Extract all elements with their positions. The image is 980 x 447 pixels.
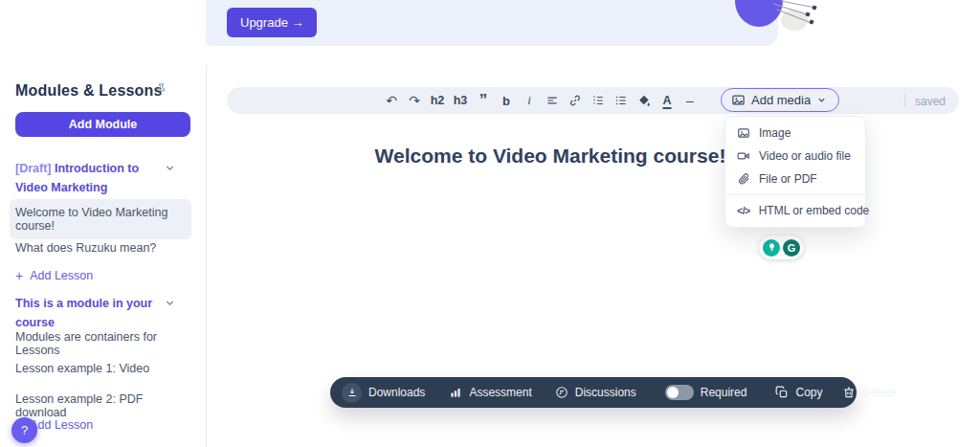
required-label: Required xyxy=(701,386,747,399)
add-media-menu: Image Video or audio file File or PDF xyxy=(724,116,866,228)
toggle-off-icon[interactable] xyxy=(665,385,694,400)
trash-icon xyxy=(842,386,856,399)
delete-button[interactable]: Delete xyxy=(842,386,896,399)
chevron-down-icon[interactable] xyxy=(164,161,176,173)
link-icon xyxy=(568,94,582,107)
redo-button[interactable]: ↷ xyxy=(403,87,426,114)
sidebar-title: Modules & Lessons xyxy=(15,82,163,100)
add-lesson-label: Add Lesson xyxy=(30,418,93,432)
ordered-list-icon xyxy=(591,94,605,107)
chat-icon xyxy=(555,386,568,399)
lesson-item-ruzuku-mean[interactable]: What does Ruzuku mean? xyxy=(10,235,191,261)
bar-chart-icon xyxy=(449,386,462,399)
editor-toolbar: ↶ ↷ h2 h3 ” b i xyxy=(227,87,959,114)
suggestion-bulb-icon[interactable] xyxy=(763,239,780,257)
module-title: [Draft] Introduction to Video Marketing xyxy=(15,159,161,197)
italic-button[interactable]: i xyxy=(518,87,541,114)
paperclip-icon xyxy=(737,172,750,186)
delete-label: Delete xyxy=(862,386,896,399)
lesson-item-example-video[interactable]: Lesson example 1: Video xyxy=(10,355,191,382)
add-media-label: Add media xyxy=(751,93,811,107)
plus-icon: + xyxy=(15,269,23,282)
downloads-button[interactable]: Downloads xyxy=(342,383,425,403)
copy-icon xyxy=(775,386,789,399)
lesson-action-bar: Downloads Assessment Discussions xyxy=(330,377,857,408)
toggle-knob xyxy=(667,387,679,398)
code-icon: </> xyxy=(737,205,750,216)
lesson-item-welcome[interactable]: Welcome to Video Marketing course! xyxy=(10,199,191,239)
menu-item-label: Image xyxy=(759,126,791,140)
menu-item-label: Video or audio file xyxy=(759,149,851,163)
copy-button[interactable]: Copy xyxy=(775,386,822,399)
app-root: Upgrade → Modules & Lessons Add Module [… xyxy=(0,0,980,447)
download-icon xyxy=(342,383,362,403)
help-button[interactable]: ? xyxy=(11,417,37,443)
highlight-button[interactable] xyxy=(633,87,656,114)
assessment-label: Assessment xyxy=(469,386,531,399)
link-button[interactable] xyxy=(564,87,587,114)
format-buttons: ↶ ↷ h2 h3 ” b i xyxy=(380,87,702,114)
menu-item-html-embed[interactable]: </> HTML or embed code xyxy=(725,199,865,222)
discussions-button[interactable]: Discussions xyxy=(555,386,636,399)
chevron-down-icon[interactable] xyxy=(164,296,176,308)
trial-banner: Upgrade → xyxy=(201,0,778,46)
grammarly-icon[interactable]: G xyxy=(783,239,800,257)
draft-badge: [Draft] xyxy=(15,162,52,175)
module-header-intro-video-marketing[interactable]: [Draft] Introduction to Video Marketing xyxy=(15,159,191,197)
menu-item-image[interactable]: Image xyxy=(725,122,865,145)
menu-item-label: HTML or embed code xyxy=(759,204,870,217)
heading2-button[interactable]: h2 xyxy=(426,87,449,114)
image-icon xyxy=(737,126,750,140)
assessment-button[interactable]: Assessment xyxy=(449,386,531,399)
bold-button[interactable]: b xyxy=(495,87,518,114)
menu-divider xyxy=(725,194,865,195)
bullet-list-button[interactable] xyxy=(610,87,633,114)
undo-button[interactable]: ↶ xyxy=(380,87,403,114)
menu-item-video-audio[interactable]: Video or audio file xyxy=(725,145,865,168)
add-module-button[interactable]: Add Module xyxy=(15,112,190,137)
required-toggle[interactable]: Required xyxy=(665,385,747,400)
menu-item-file-pdf[interactable]: File or PDF xyxy=(725,168,865,190)
discussions-label: Discussions xyxy=(575,386,636,399)
paint-bucket-icon xyxy=(637,94,651,107)
toolbar-divider xyxy=(904,94,905,107)
bullet-list-icon xyxy=(614,94,628,107)
rocket-sketch-illustration xyxy=(718,0,833,48)
sidebar: Modules & Lessons Add Module [Draft] Int… xyxy=(0,0,206,447)
ordered-list-button[interactable] xyxy=(587,87,610,114)
menu-item-label: File or PDF xyxy=(759,172,817,186)
add-media-button[interactable]: Add media xyxy=(721,88,839,112)
text-color-button[interactable]: A xyxy=(656,87,679,114)
horizontal-rule-button[interactable]: – xyxy=(679,87,702,114)
add-lesson-button[interactable]: + Add Lesson xyxy=(15,269,93,282)
video-icon xyxy=(737,149,750,163)
downloads-label: Downloads xyxy=(368,386,425,399)
save-status: saved xyxy=(915,95,946,108)
copy-label: Copy xyxy=(795,386,822,399)
sidebar-divider xyxy=(206,65,207,447)
image-icon xyxy=(731,93,746,107)
align-button[interactable] xyxy=(541,87,564,114)
pin-icon[interactable] xyxy=(154,81,168,98)
grammarly-widget[interactable]: G xyxy=(759,235,804,259)
align-icon xyxy=(546,94,559,107)
heading3-button[interactable]: h3 xyxy=(449,87,472,114)
upgrade-button[interactable]: Upgrade → xyxy=(227,8,317,37)
blockquote-button[interactable]: ” xyxy=(472,87,495,114)
chevron-down-icon xyxy=(816,95,827,105)
add-lesson-label: Add Lesson xyxy=(30,269,93,282)
